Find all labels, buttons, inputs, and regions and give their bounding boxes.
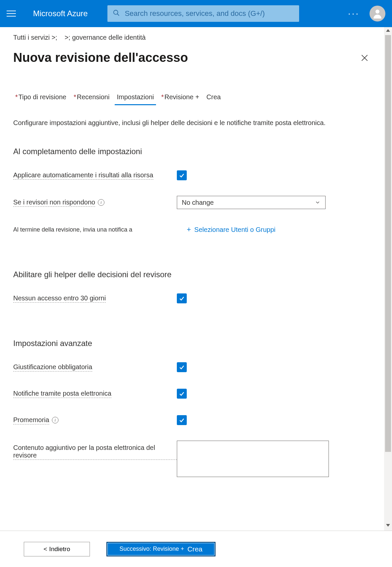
tab-create[interactable]: Crea bbox=[205, 91, 223, 105]
plus-icon: + bbox=[187, 225, 191, 234]
tab-reviews-label: Recensioni bbox=[77, 93, 109, 101]
settings-description: Configurare impostazioni aggiuntive, inc… bbox=[13, 118, 379, 127]
checkbox-reminders[interactable] bbox=[177, 415, 187, 425]
svg-point-2 bbox=[375, 10, 379, 14]
chevron-down-icon bbox=[315, 199, 321, 205]
add-users-groups-label: Selezionare Utenti o Gruppi bbox=[194, 226, 276, 234]
tab-review-type[interactable]: *Tipo di revisione bbox=[13, 91, 68, 105]
back-button-label: Indietro bbox=[49, 545, 70, 553]
info-icon[interactable]: i bbox=[52, 417, 59, 423]
label-no-respond: Se i revisori non rispondono i bbox=[13, 198, 177, 207]
label-auto-apply: Applicare automaticamente i risultati al… bbox=[13, 171, 177, 180]
info-icon[interactable]: i bbox=[98, 199, 104, 206]
tab-create-label: Crea bbox=[207, 93, 221, 101]
global-search[interactable] bbox=[107, 5, 299, 22]
label-extra-email: Contenuto aggiuntivo per la posta elettr… bbox=[13, 441, 177, 460]
select-no-respond[interactable]: No change bbox=[177, 196, 326, 209]
azure-topbar: Microsoft Azure ··· bbox=[0, 0, 392, 27]
brand-label: Microsoft Azure bbox=[33, 9, 88, 18]
next-button-crea: Crea bbox=[187, 545, 203, 553]
tab-review-plus[interactable]: *Revisione + bbox=[159, 91, 201, 105]
hamburger-menu-icon[interactable] bbox=[7, 7, 20, 20]
wizard-footer: < Indietro Successivo: Revisione + Crea bbox=[0, 531, 392, 567]
checkbox-justification[interactable] bbox=[177, 362, 187, 372]
checkbox-email-notif[interactable] bbox=[177, 389, 187, 399]
section-completion-title: Al completamento delle impostazioni bbox=[13, 147, 379, 156]
svg-line-1 bbox=[117, 14, 119, 16]
scroll-down-icon[interactable] bbox=[386, 524, 390, 527]
vertical-scrollbar[interactable] bbox=[384, 27, 392, 531]
section-helpers-title: Abilitare gli helper delle decisioni del… bbox=[13, 270, 379, 279]
breadcrumb-identity-gov[interactable]: >; governance delle identità bbox=[64, 34, 145, 41]
more-actions-icon[interactable]: ··· bbox=[348, 8, 360, 19]
chevron-left-icon: < bbox=[44, 545, 47, 553]
scroll-up-icon[interactable] bbox=[386, 29, 390, 32]
search-input[interactable] bbox=[125, 9, 294, 18]
tab-review-type-label: Tipo di revisione bbox=[19, 93, 66, 101]
breadcrumb: Tutti i servizi >; >; governance delle i… bbox=[13, 34, 379, 41]
tab-reviews[interactable]: *Recensioni bbox=[72, 91, 112, 105]
add-users-groups-button[interactable]: + Selezionare Utenti o Gruppi bbox=[187, 225, 276, 234]
svg-point-0 bbox=[114, 10, 118, 15]
wizard-tabs: *Tipo di revisione *Recensioni Impostazi… bbox=[13, 91, 379, 105]
checkbox-no-signin[interactable] bbox=[177, 293, 187, 303]
scroll-thumb[interactable] bbox=[385, 35, 391, 452]
next-button-prefix: Successivo: Revisione + bbox=[119, 545, 184, 552]
tab-settings[interactable]: Impostazioni bbox=[115, 91, 156, 105]
next-button[interactable]: Successivo: Revisione + Crea bbox=[106, 542, 216, 556]
search-icon bbox=[113, 9, 120, 18]
label-reminders: Promemoria i bbox=[13, 416, 177, 424]
label-notify-end: Al termine della revisione, invia una no… bbox=[13, 226, 177, 233]
tab-review-plus-label: Revisione + bbox=[165, 93, 199, 101]
user-avatar[interactable] bbox=[370, 6, 385, 22]
textarea-extra-email[interactable] bbox=[177, 441, 329, 477]
section-advanced-title: Impostazioni avanzate bbox=[13, 339, 379, 348]
label-email-notif: Notifiche tramite posta elettronica bbox=[13, 390, 177, 398]
back-button[interactable]: < Indietro bbox=[24, 542, 90, 556]
label-no-signin: Nessun accesso entro 30 giorni bbox=[13, 294, 177, 303]
select-no-respond-value: No change bbox=[182, 199, 214, 206]
close-icon[interactable] bbox=[360, 54, 369, 62]
breadcrumb-all-services[interactable]: Tutti i servizi >; bbox=[13, 34, 57, 41]
page-title: Nuova revisione dell'accesso bbox=[13, 51, 360, 65]
tab-settings-label: Impostazioni bbox=[117, 93, 154, 101]
checkbox-auto-apply[interactable] bbox=[177, 170, 187, 180]
label-justification: Giustificazione obbligatoria bbox=[13, 363, 177, 371]
